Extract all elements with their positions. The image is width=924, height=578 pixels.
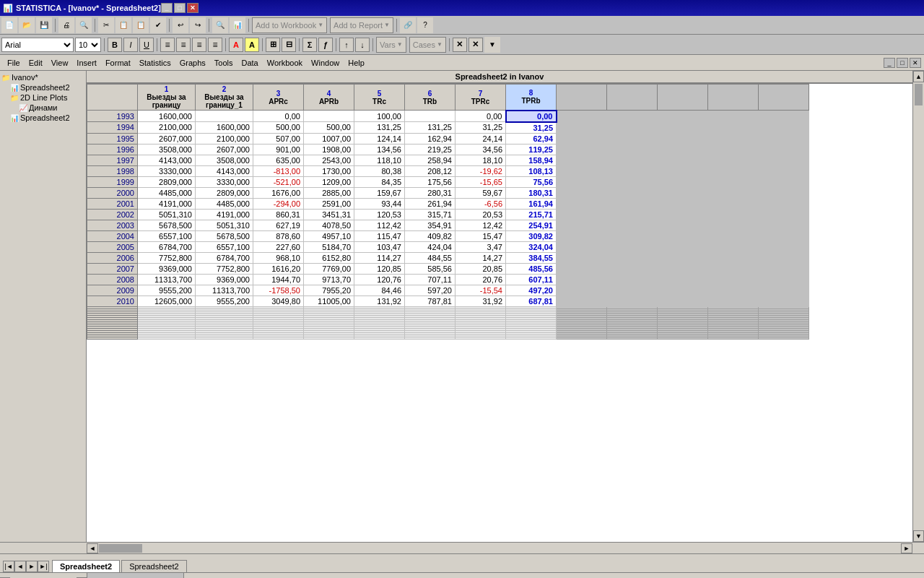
sum-button[interactable]: Σ	[302, 38, 317, 52]
more-button[interactable]: ▼	[484, 37, 500, 53]
font-select[interactable]: Arial	[1, 38, 74, 52]
data-cell[interactable]: 9369,000	[196, 274, 253, 285]
tree-item-2dline[interactable]: 📁 2D Line Plots	[10, 92, 84, 103]
menu-help[interactable]: Help	[344, 57, 369, 69]
data-cell[interactable]: 120,85	[354, 263, 405, 274]
data-cell[interactable]: 597,20	[405, 285, 456, 296]
col-header-8[interactable]: 8 TPRb	[506, 85, 557, 111]
data-cell[interactable]: 7752,800	[138, 252, 196, 263]
sort-desc-button[interactable]: ↓	[355, 38, 370, 52]
data-cell[interactable]: 2100,000	[196, 133, 253, 144]
year-cell[interactable]: 1993	[87, 111, 138, 122]
data-cell[interactable]: 4078,50	[304, 220, 354, 230]
inner-minimize[interactable]: _	[884, 58, 895, 68]
data-cell[interactable]: 409,82	[405, 230, 456, 241]
year-cell[interactable]: 2003	[87, 220, 138, 230]
year-cell[interactable]: 2006	[87, 252, 138, 263]
cases-button[interactable]: Cases ▼	[409, 37, 446, 53]
data-cell[interactable]: 161,94	[506, 198, 557, 209]
data-cell[interactable]: 31,25	[456, 122, 506, 134]
align-left-button[interactable]: ≡	[160, 38, 175, 52]
data-cell[interactable]: -19,62	[456, 165, 506, 176]
data-cell[interactable]: 4143,000	[138, 155, 196, 165]
data-cell[interactable]: -813,00	[253, 165, 304, 176]
data-cell[interactable]: 9713,70	[304, 274, 354, 285]
data-cell[interactable]: 5051,310	[196, 220, 253, 230]
data-cell[interactable]: 4191,000	[138, 198, 196, 209]
menu-data[interactable]: Data	[237, 57, 263, 69]
data-cell[interactable]: 3451,31	[304, 209, 354, 220]
year-cell[interactable]: 1998	[87, 165, 138, 176]
data-cell[interactable]: 11313,700	[138, 274, 196, 285]
col-header-empty-5[interactable]	[759, 85, 809, 111]
tree-item-ivanov[interactable]: 📁 Ivanov*	[1, 72, 84, 82]
data-cell[interactable]: 31,92	[456, 296, 506, 306]
data-cell[interactable]: 2607,000	[196, 144, 253, 155]
data-cell[interactable]: 258,94	[405, 155, 456, 165]
inner-close[interactable]: ✕	[910, 58, 921, 68]
menu-statistics[interactable]: Statistics	[135, 57, 175, 69]
data-cell[interactable]: 497,20	[506, 285, 557, 296]
menu-insert[interactable]: Insert	[72, 57, 101, 69]
undo-button[interactable]: ↩	[173, 17, 188, 33]
data-cell[interactable]: 1616,20	[253, 263, 304, 274]
menu-format[interactable]: Format	[101, 57, 135, 69]
add-to-report-button[interactable]: Add to Report ▼	[330, 17, 393, 33]
tab-prev-button[interactable]: ◄	[14, 561, 26, 572]
tree-item-spreadsheet2-bottom[interactable]: 📊 Spreadsheet2	[10, 113, 84, 123]
data-cell[interactable]: 7752,800	[196, 263, 253, 274]
data-cell[interactable]: 6784,700	[196, 252, 253, 263]
data-cell[interactable]: 424,04	[405, 241, 456, 252]
data-cell[interactable]: 2885,00	[304, 187, 354, 198]
sheet-tab-2[interactable]: Spreadsheet2	[121, 560, 187, 572]
col-header-empty-2[interactable]	[607, 85, 658, 111]
data-cell[interactable]: 384,55	[506, 252, 557, 263]
data-cell[interactable]: 120,53	[354, 209, 405, 220]
find-button[interactable]: 🔍	[212, 17, 228, 33]
tree-item-dinami[interactable]: 📈 Динами	[19, 103, 84, 113]
data-cell[interactable]: -294,00	[253, 198, 304, 209]
data-cell[interactable]: 6152,80	[304, 252, 354, 263]
menu-tools[interactable]: Tools	[210, 57, 237, 69]
data-cell[interactable]: 5184,70	[304, 241, 354, 252]
data-cell[interactable]: 4485,000	[138, 187, 196, 198]
data-cell[interactable]: 1944,70	[253, 274, 304, 285]
data-cell[interactable]: 324,04	[506, 241, 557, 252]
align-right-button[interactable]: ≡	[192, 38, 206, 52]
align-center-button[interactable]: ≡	[176, 38, 191, 52]
col-header-3[interactable]: 3 APRc	[253, 85, 304, 111]
data-cell[interactable]: 3330,000	[196, 176, 253, 187]
scroll-thumb[interactable]	[915, 84, 923, 105]
check-button[interactable]: ✔	[150, 17, 166, 33]
data-cell[interactable]: 115,47	[354, 230, 405, 241]
data-cell[interactable]: 787,81	[405, 296, 456, 306]
data-cell[interactable]: 80,38	[354, 165, 405, 176]
report-dropdown-arrow[interactable]: ▼	[384, 22, 390, 28]
italic-button[interactable]: I	[123, 38, 138, 52]
data-cell[interactable]: 5678,500	[196, 230, 253, 241]
data-cell[interactable]: -15,65	[456, 176, 506, 187]
scroll-right-button[interactable]: ►	[901, 543, 912, 553]
link-button[interactable]: 🔗	[400, 17, 416, 33]
data-cell[interactable]: 3508,000	[138, 144, 196, 155]
data-cell[interactable]: 162,94	[405, 133, 456, 144]
hscroll-container[interactable]: ◄ ►	[87, 543, 912, 553]
data-cell[interactable]: 1676,00	[253, 187, 304, 198]
data-cell[interactable]: 84,46	[354, 285, 405, 296]
year-cell[interactable]: 1996	[87, 144, 138, 155]
menu-graphs[interactable]: Graphs	[175, 57, 210, 69]
data-cell[interactable]: 607,11	[506, 274, 557, 285]
underline-button[interactable]: U	[139, 38, 154, 52]
redo-button[interactable]: ↪	[190, 17, 206, 33]
tab-first-button[interactable]: |◄	[3, 561, 14, 572]
data-cell[interactable]: 7955,20	[304, 285, 354, 296]
data-cell[interactable]: 180,31	[506, 187, 557, 198]
scroll-down-button[interactable]: ▼	[913, 530, 924, 542]
year-cell[interactable]: 1994	[87, 122, 138, 134]
data-cell[interactable]: 20,85	[456, 263, 506, 274]
data-cell[interactable]: 9555,200	[138, 285, 196, 296]
data-cell[interactable]: 6557,100	[138, 230, 196, 241]
data-cell[interactable]: 2591,00	[304, 198, 354, 209]
highlight-button[interactable]: A	[245, 38, 259, 52]
data-cell[interactable]: 119,25	[506, 144, 557, 155]
